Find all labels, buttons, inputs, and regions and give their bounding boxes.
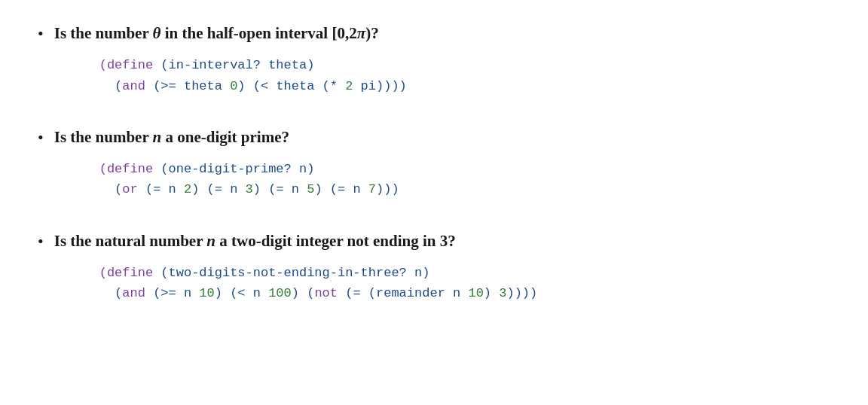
math-symbol-pi: π: [357, 24, 365, 42]
main-content: • Is the number θ in the half-open inter…: [38, 23, 823, 309]
question-text: Is the number n a one-digit prime?: [54, 126, 823, 148]
item-content: Is the number n a one-digit prime? (defi…: [54, 126, 823, 206]
code-block: (define (in-interval? theta) (and (>= th…: [99, 55, 823, 96]
item-content: Is the number θ in the half-open interva…: [54, 23, 823, 102]
code-line: (and (>= theta 0) (< theta (* 2 pi)))): [99, 76, 823, 96]
list-item: • Is the number θ in the half-open inter…: [38, 23, 823, 102]
code-block: (define (one-digit-prime? n) (or (= n 2)…: [99, 159, 823, 199]
code-line: (and (>= n 10) (< n 100) (not (= (remain…: [99, 283, 823, 303]
item-content: Is the natural number n a two-digit inte…: [54, 230, 823, 310]
question-text: Is the natural number n a two-digit inte…: [54, 230, 823, 252]
code-block: (define (two-digits-not-ending-in-three?…: [99, 263, 823, 303]
code-line: (define (one-digit-prime? n): [99, 159, 823, 179]
code-line: (define (two-digits-not-ending-in-three?…: [99, 263, 823, 283]
code-line: (define (in-interval? theta): [99, 55, 823, 75]
list-item: • Is the number n a one-digit prime? (de…: [38, 126, 823, 206]
bullet-dot: •: [38, 232, 44, 251]
math-symbol-theta: θ: [153, 24, 161, 42]
question-text: Is the number θ in the half-open interva…: [54, 23, 823, 44]
bullet-dot: •: [38, 128, 44, 148]
bullet-dot: •: [38, 24, 44, 44]
math-symbol-n: n: [206, 232, 215, 250]
math-symbol-n: n: [153, 128, 162, 146]
list-item: • Is the natural number n a two-digit in…: [38, 230, 823, 310]
code-line: (or (= n 2) (= n 3) (= n 5) (= n 7))): [99, 179, 823, 199]
